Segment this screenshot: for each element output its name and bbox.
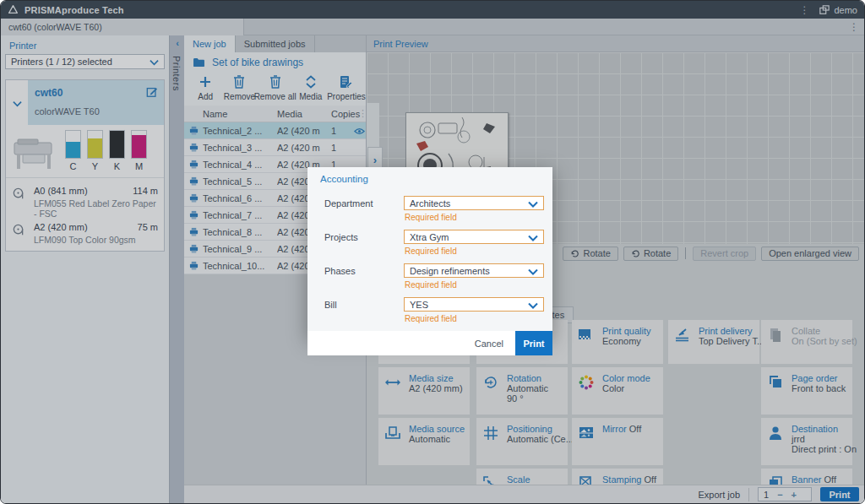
chevron-down-icon (528, 266, 538, 276)
chevron-down-icon (528, 300, 538, 310)
dialog-title: Accounting (307, 167, 552, 184)
projects-label: Projects (324, 230, 404, 260)
accounting-dialog: Accounting Department Architects Require… (307, 167, 552, 339)
projects-select[interactable]: Xtra Gym (404, 230, 544, 244)
required-hint: Required field (405, 247, 544, 256)
dialog-print-button[interactable]: Print (515, 331, 552, 355)
chevron-down-icon (528, 232, 538, 242)
department-label: Department (324, 196, 404, 226)
required-hint: Required field (405, 280, 544, 290)
required-hint: Required field (405, 314, 544, 323)
bill-select[interactable]: YES (404, 297, 544, 312)
department-select[interactable]: Architects (404, 196, 544, 210)
phases-label: Phases (324, 263, 404, 294)
required-hint: Required field (405, 213, 544, 222)
phases-select[interactable]: Design refinements (404, 263, 544, 278)
app-window: PRISMAproduce Tech ⋮ demo cwt60 (colorWA… (0, 0, 865, 504)
bill-label: Bill (324, 297, 404, 328)
chevron-down-icon (528, 198, 538, 209)
cancel-button[interactable]: Cancel (463, 334, 515, 353)
